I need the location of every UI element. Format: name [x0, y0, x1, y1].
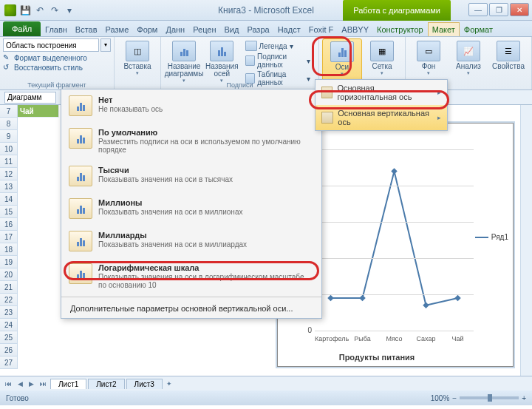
row-header[interactable]: 19	[0, 256, 18, 268]
tab-data[interactable]: Данн	[162, 23, 188, 36]
selection-combobox[interactable]	[3, 38, 99, 52]
legend-icon	[245, 41, 257, 51]
group-current-selection: ▾ ✎Формат выделенного ↺Восстановить стил…	[0, 37, 115, 89]
zoom-level[interactable]: 100%	[431, 394, 450, 402]
svg-rect-1	[359, 295, 365, 301]
primary-horizontal-axis-item[interactable]: Основная горизонтальная ось▸	[316, 80, 447, 105]
chart-legend[interactable]: Ряд1	[475, 233, 508, 241]
sheet-tab-2[interactable]: Лист2	[88, 379, 124, 389]
tab-insert[interactable]: Встав	[72, 23, 101, 36]
svg-rect-3	[423, 302, 429, 308]
axes-icon	[330, 41, 354, 62]
tab-developer[interactable]: Разра	[243, 23, 273, 36]
row-header[interactable]: 15	[0, 206, 18, 218]
insert-button[interactable]: ◫ Вставка ▾	[117, 38, 157, 78]
x-axis-title[interactable]: Продукты питания	[278, 353, 476, 362]
gallery-item[interactable]: НетНе показывать ось	[61, 89, 321, 122]
row-headers: 789101112131415161718192021222324252627	[0, 105, 18, 369]
row-header[interactable]: 7	[0, 105, 18, 118]
row-header[interactable]: 26	[0, 344, 18, 356]
sheet-tab-1[interactable]: Лист1	[50, 379, 86, 389]
chart-title-icon	[172, 41, 196, 61]
new-sheet-button[interactable]: ✦	[164, 380, 174, 388]
row-header[interactable]: 27	[0, 356, 18, 369]
gallery-item[interactable]: ТысячиПоказывать значения на оси в тысяч…	[61, 160, 321, 192]
tab-design[interactable]: Конструктор	[373, 23, 427, 36]
sheet-nav-next[interactable]: ▶	[27, 380, 36, 388]
data-labels-button[interactable]: Подписи данных ▾	[243, 52, 313, 70]
selection-dropdown-icon[interactable]: ▾	[100, 38, 111, 52]
vertical-axis-gallery: НетНе показывать осьПо умолчаниюРазмести…	[61, 89, 322, 319]
legend-button[interactable]: Легенда ▾	[243, 40, 313, 52]
row-header[interactable]: 25	[0, 331, 18, 344]
row-header[interactable]: 20	[0, 268, 18, 281]
zoom-slider[interactable]	[460, 396, 519, 399]
close-button[interactable]: ✕	[510, 3, 529, 16]
zoom-in-button[interactable]: +	[522, 394, 526, 402]
x-tick: Чай	[442, 335, 474, 342]
qat-customize-icon[interactable]: ▾	[64, 4, 75, 16]
row-header[interactable]: 9	[0, 130, 18, 143]
more-axis-options[interactable]: Дополнительные параметры основной вертик…	[61, 299, 321, 318]
cell-a7[interactable]: Чай	[18, 105, 59, 118]
tab-pagelayout[interactable]: Разме	[102, 23, 133, 36]
sheet-nav-prev[interactable]: ◀	[16, 380, 25, 388]
zoom-out-button[interactable]: −	[452, 394, 457, 402]
undo-icon[interactable]: ↶	[34, 4, 46, 16]
row-header[interactable]: 16	[0, 218, 18, 231]
sheet-nav-first[interactable]: ⏮	[3, 380, 14, 388]
window-title: Книга3 - Microsoft Excel	[218, 5, 314, 16]
row-header[interactable]: 23	[0, 306, 18, 319]
chart-title-button[interactable]: Название диаграммы▾	[164, 38, 204, 88]
reset-icon: ↺	[3, 63, 12, 72]
tab-foxit[interactable]: Foxit F	[305, 23, 338, 36]
group-labels: Название диаграммы▾ Названия осей▾ Леген…	[161, 37, 319, 89]
tab-abbyy[interactable]: ABBYY	[338, 23, 372, 36]
minimize-button[interactable]: —	[468, 3, 488, 16]
format-selection-button[interactable]: ✎Формат выделенного	[3, 53, 111, 62]
tab-formulas[interactable]: Форм	[133, 23, 161, 36]
tab-review[interactable]: Рецен	[189, 23, 219, 36]
vertical-scrollbar[interactable]	[520, 105, 532, 376]
row-header[interactable]: 22	[0, 294, 18, 306]
insert-shapes-icon: ◫	[126, 41, 149, 61]
tab-home[interactable]: Главн	[41, 23, 71, 36]
properties-button[interactable]: ☰Свойства	[488, 38, 528, 88]
tab-view[interactable]: Вид	[221, 23, 243, 36]
primary-vertical-axis-item[interactable]: Основная вертикальная ось▸	[316, 105, 447, 130]
save-icon[interactable]: 💾	[19, 4, 31, 16]
tab-format[interactable]: Формат	[460, 23, 497, 36]
axis-titles-button[interactable]: Названия осей▾	[204, 38, 240, 88]
plot-area[interactable]: 010002000300040005000 КартофельРыбаМясоС…	[315, 149, 474, 331]
tab-layout[interactable]: Макет	[428, 22, 460, 36]
gallery-item-icon	[69, 263, 92, 284]
gallery-item[interactable]: МиллиардыПоказывать значения на оси в ми…	[61, 225, 321, 257]
gallery-item[interactable]: Логарифмическая шкалаПоказывать значения…	[61, 257, 321, 295]
name-box[interactable]	[4, 92, 56, 104]
row-header[interactable]: 24	[0, 319, 18, 331]
row-header[interactable]: 11	[0, 155, 18, 168]
file-tab[interactable]: Файл	[3, 21, 41, 36]
horiz-axis-icon	[321, 87, 332, 98]
row-header[interactable]: 8	[0, 118, 18, 130]
row-header[interactable]: 14	[0, 193, 18, 206]
row-header[interactable]: 12	[0, 168, 18, 180]
window-controls: — ❐ ✕	[468, 3, 529, 16]
tab-addins[interactable]: Надст	[274, 23, 304, 36]
gallery-item[interactable]: МиллионыПоказывать значения на оси в мил…	[61, 192, 321, 225]
chevron-right-icon: ▸	[437, 89, 441, 96]
analysis-button[interactable]: 📈Анализ▾	[449, 38, 488, 88]
zoom-thumb[interactable]	[488, 394, 492, 402]
redo-icon[interactable]: ↷	[49, 4, 61, 16]
sheet-nav-last[interactable]: ⏭	[38, 380, 49, 388]
gallery-item[interactable]: По умолчаниюРазместить подписи на оси в …	[61, 122, 321, 160]
maximize-button[interactable]: ❐	[489, 3, 508, 16]
sheet-tab-3[interactable]: Лист3	[126, 379, 163, 389]
reset-style-button[interactable]: ↺Восстановить стиль	[3, 63, 111, 72]
row-header[interactable]: 13	[0, 180, 18, 193]
row-header[interactable]: 18	[0, 243, 18, 256]
axes-submenu: Основная горизонтальная ось▸ Основная ве…	[315, 79, 448, 131]
row-header[interactable]: 10	[0, 143, 18, 155]
row-header[interactable]: 21	[0, 281, 18, 294]
row-header[interactable]: 17	[0, 231, 18, 243]
